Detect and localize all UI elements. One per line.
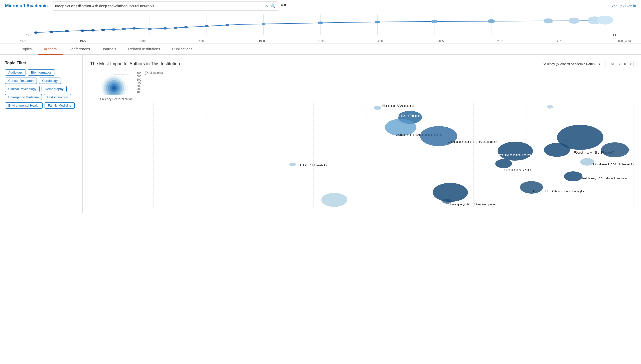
tab-related-institutions[interactable]: Related Institutions <box>122 44 166 55</box>
tab-authors[interactable]: Authors <box>38 44 63 55</box>
svg-text:0: 0 <box>26 33 29 37</box>
search-bar: ✕ 🔍 <box>53 2 278 11</box>
bubble-unnamed-lower <box>321 193 347 207</box>
sign-in-link[interactable]: Sign up / Sign in <box>610 4 636 8</box>
svg-point-18 <box>101 29 105 31</box>
svg-point-17 <box>91 29 95 32</box>
svg-text:John B. Goodenough: John B. Goodenough <box>532 190 584 193</box>
year-2005: 2005 <box>438 40 444 43</box>
filter-tag-emergency-medicine[interactable]: Emergency Medicine <box>5 94 42 100</box>
filter-tags: Audiology Bioinformatics Cancer Research… <box>5 69 77 109</box>
nav-tabs: Topics Authors Conferences Journals Rela… <box>0 44 641 55</box>
svg-point-19 <box>111 29 116 31</box>
filter-tag-demography[interactable]: Demography <box>42 86 67 92</box>
search-input[interactable] <box>55 4 265 8</box>
sidebar-title: Topic Filter <box>5 61 77 65</box>
svg-point-89 <box>433 183 468 202</box>
svg-text:Andrea Alù: Andrea Alù <box>504 168 531 171</box>
sort-dropdown-wrapper: Saliency (Microsoft Academic Rank) <box>540 61 602 67</box>
svg-point-27 <box>225 24 230 26</box>
scatter-container: 1 3 5 7 9 11 13 Brent Waters Richard D. … <box>100 102 633 207</box>
bubble-arumugam[interactable] <box>498 142 533 161</box>
svg-point-29 <box>318 22 323 24</box>
svg-point-24 <box>174 27 178 29</box>
year-1980: 1980 <box>139 40 145 43</box>
svg-point-14 <box>49 31 54 33</box>
svg-point-34 <box>568 18 580 24</box>
svg-point-15 <box>65 30 69 32</box>
scatter-svg: 1 3 5 7 9 11 13 Brent Waters Richard D. … <box>100 102 633 207</box>
y-axis-label: Saliency Per Publication <box>100 97 633 101</box>
year-1995: 1995 <box>318 40 324 43</box>
filter-tag-family-medicine[interactable]: Family Medicine <box>45 102 75 109</box>
svg-text:H.R. Sheikh: H.R. Sheikh <box>297 164 327 167</box>
bubble-robert-heath[interactable] <box>580 158 594 166</box>
bubble-brent-waters[interactable] <box>374 106 381 110</box>
app-logo: Microsoft Academic <box>5 3 48 9</box>
svg-text:0: 0 <box>613 33 616 37</box>
svg-point-36 <box>597 16 613 25</box>
filter-tag-endocrinology[interactable]: Endocrinology <box>44 94 71 100</box>
legend-400: 400 <box>137 81 141 84</box>
bubble-legend: 700 600 500 400 300 200 100 (Publication… <box>100 71 633 95</box>
year-2015: 2015 <box>557 40 563 43</box>
svg-point-30 <box>375 21 380 23</box>
svg-point-16 <box>80 30 85 32</box>
year-1970: 1970 <box>20 40 26 43</box>
tab-publications[interactable]: Publications <box>166 44 199 55</box>
search-icon[interactable]: 🔍 <box>270 3 276 9</box>
year-2010: 2010 <box>497 40 503 43</box>
svg-text:Robert W. Heath: Robert W. Heath <box>593 163 633 166</box>
tab-topics[interactable]: Topics <box>15 44 38 55</box>
svg-point-83 <box>601 142 629 157</box>
legend-svg <box>100 71 133 95</box>
bubble-rodney-ruoff[interactable] <box>544 143 570 157</box>
svg-text:Arumugam Manthiram: Arumugam Manthiram <box>476 153 531 157</box>
bubble-hr-sheikh[interactable] <box>289 163 296 166</box>
svg-point-26 <box>205 25 209 27</box>
svg-point-32 <box>488 19 495 23</box>
legend-500: 500 <box>137 78 141 81</box>
sort-dropdown[interactable]: Saliency (Microsoft Academic Rank) <box>540 61 602 67</box>
svg-point-33 <box>544 19 553 24</box>
year-dropdown-wrapper: 1970 – 2020 <box>605 61 633 67</box>
tab-journals[interactable]: Journals <box>96 44 122 55</box>
header: Microsoft Academic ✕ 🔍 ❝❞ Sign up / Sign… <box>0 0 641 12</box>
chart-title: The Most Impactful Authors in This Insti… <box>90 61 537 67</box>
chart-panel: The Most Impactful Authors in This Insti… <box>83 55 641 213</box>
svg-point-76 <box>547 105 553 109</box>
chart-header: The Most Impactful Authors in This Insti… <box>90 61 633 67</box>
legend-100: 100 <box>137 91 141 94</box>
tab-conferences[interactable]: Conferences <box>63 44 96 55</box>
svg-text:Richard D. Piner: Richard D. Piner <box>380 114 421 117</box>
filter-tag-cancer-research[interactable]: Cancer Research <box>5 78 37 84</box>
year-dropdown[interactable]: 1970 – 2020 <box>605 61 633 67</box>
svg-point-23 <box>163 27 168 30</box>
svg-text:Sanjay K. Banerjee: Sanjay K. Banerjee <box>448 203 496 206</box>
svg-text:Jeffrey G. Andrews: Jeffrey G. Andrews <box>580 177 627 180</box>
year-1975: 1975 <box>80 40 86 43</box>
filter-tag-bioinformatics[interactable]: Bioinformatics <box>28 69 55 76</box>
filter-tag-environmental-health[interactable]: Environmental Health <box>5 102 43 109</box>
legend-600: 600 <box>137 75 141 78</box>
legend-700: 700 <box>137 72 141 75</box>
svg-point-20 <box>122 28 126 30</box>
svg-point-21 <box>132 27 136 30</box>
svg-point-43 <box>112 86 116 90</box>
filter-tag-cardiology[interactable]: Cardiology <box>39 78 61 84</box>
clear-icon[interactable]: ✕ <box>265 4 268 8</box>
year-1985: 1985 <box>199 40 205 43</box>
main-content: Topic Filter Audiology Bioinformatics Ca… <box>0 55 641 213</box>
year-2000: 2000 <box>378 40 384 43</box>
legend-200: 200 <box>137 88 141 91</box>
svg-text:Jonathan L. Sessler: Jonathan L. Sessler <box>448 140 497 143</box>
svg-point-31 <box>431 20 437 23</box>
svg-text:Brent Waters: Brent Waters <box>382 104 414 107</box>
filter-tag-audiology[interactable]: Audiology <box>5 69 26 76</box>
bubble-jeffrey-andrews[interactable] <box>564 171 582 181</box>
bubble-andrea-alu[interactable] <box>495 159 512 168</box>
cite-icon[interactable]: ❝❞ <box>281 3 286 9</box>
year-2020: 2020 (Year) <box>617 40 631 43</box>
legend-unit: (Publications) <box>145 71 163 75</box>
filter-tag-clinical-psychology[interactable]: Clinical Psychology <box>5 86 40 92</box>
